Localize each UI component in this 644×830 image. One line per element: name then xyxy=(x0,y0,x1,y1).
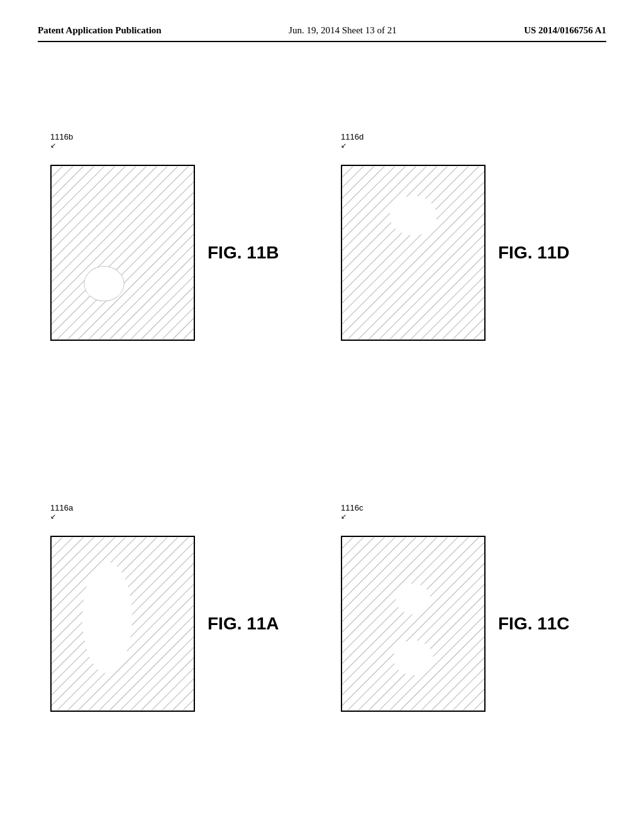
hatched-rect-11c xyxy=(341,536,486,712)
svg-point-15 xyxy=(82,562,132,673)
header-left: Patent Application Publication xyxy=(38,25,162,36)
ref-tag-text-11d: 1116d xyxy=(341,132,364,141)
figure-wrapper-11c: 1116c ↙ xyxy=(341,536,486,712)
svg-point-21 xyxy=(396,584,430,614)
ref-tag-11c: 1116c ↙ xyxy=(341,503,363,521)
figure-wrapper-11a: 1116a ↙ xyxy=(50,536,195,712)
fig-caption-11c: FIG. 11C xyxy=(498,614,570,634)
page: Patent Application Publication Jun. 19, … xyxy=(0,0,644,830)
hatched-rect-11b xyxy=(50,165,195,341)
figure-cell-11a: 1116a ↙ xyxy=(50,451,303,797)
figure-wrapper-11b: 1116b ↙ xyxy=(50,165,195,341)
ref-tag-11d: 1116d ↙ xyxy=(341,132,364,150)
svg-rect-3 xyxy=(52,166,194,339)
figures-grid: 1116b ↙ xyxy=(38,80,606,797)
fig-caption-11a: FIG. 11A xyxy=(208,614,279,634)
figure-cell-11b: 1116b ↙ xyxy=(50,80,303,426)
svg-rect-20 xyxy=(342,537,484,710)
ref-arrow-11a: ↙ xyxy=(50,512,56,521)
ref-tag-11a: 1116a ↙ xyxy=(50,503,73,521)
svg-point-22 xyxy=(394,641,433,675)
figure-cell-11d: 1116d ↙ xyxy=(341,80,594,426)
ref-arrow-11b: ↙ xyxy=(50,141,56,150)
svg-point-10 xyxy=(390,196,437,236)
header-center: Jun. 19, 2014 Sheet 13 of 21 xyxy=(289,25,397,36)
figure-wrapper-11d: 1116d ↙ xyxy=(341,165,486,341)
ref-arrow-11c: ↙ xyxy=(341,512,347,521)
svg-point-5 xyxy=(84,267,124,301)
ref-tag-11b: 1116b ↙ xyxy=(50,132,73,150)
fig-caption-11b: FIG. 11B xyxy=(208,243,279,263)
hatched-rect-11d xyxy=(341,165,486,341)
ref-tag-text-11a: 1116a xyxy=(50,503,73,512)
ref-arrow-11d: ↙ xyxy=(341,141,347,150)
svg-rect-9 xyxy=(342,166,484,339)
header-right: US 2014/0166756 A1 xyxy=(524,25,606,36)
header: Patent Application Publication Jun. 19, … xyxy=(38,25,606,42)
ref-tag-text-11b: 1116b xyxy=(50,132,73,141)
hatched-rect-11a xyxy=(50,536,195,712)
figure-cell-11c: 1116c ↙ xyxy=(341,451,594,797)
ref-tag-text-11c: 1116c xyxy=(341,503,363,512)
fig-caption-11d: FIG. 11D xyxy=(498,243,570,263)
